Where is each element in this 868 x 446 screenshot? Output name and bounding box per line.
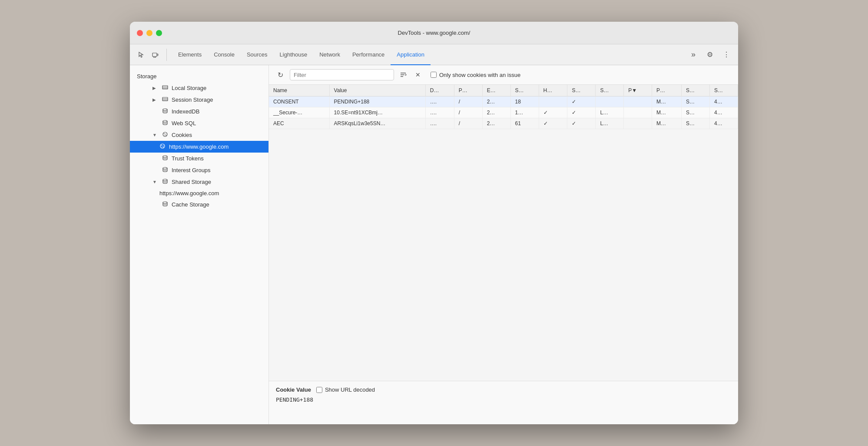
col-domain[interactable]: D… bbox=[425, 85, 454, 97]
sidebar: Storage ▶ Local Storage ▶ Session Storag… bbox=[130, 65, 269, 424]
col-sourcescheme[interactable]: S… bbox=[682, 85, 710, 97]
sidebar-item-indexeddb[interactable]: ▶ IndexedDB bbox=[130, 106, 268, 117]
tab-performance[interactable]: Performance bbox=[346, 44, 391, 65]
issue-filter-label: Only show cookies with an issue bbox=[439, 72, 520, 78]
svg-point-12 bbox=[163, 120, 167, 122]
svg-point-24 bbox=[163, 167, 167, 169]
filter-input[interactable] bbox=[290, 69, 394, 80]
svg-point-25 bbox=[163, 179, 167, 181]
sidebar-item-trust-tokens[interactable]: ▶ Trust Tokens bbox=[130, 153, 268, 164]
svg-point-20 bbox=[163, 145, 164, 146]
refresh-button[interactable]: ↻ bbox=[274, 69, 286, 81]
svg-point-14 bbox=[164, 133, 165, 134]
col-secure[interactable]: S… bbox=[567, 85, 596, 97]
minimize-button[interactable] bbox=[146, 30, 152, 36]
session-storage-label: Session Storage bbox=[172, 97, 262, 103]
svg-point-11 bbox=[163, 109, 167, 110]
cookies-icon bbox=[162, 131, 168, 139]
trust-tokens-icon bbox=[162, 155, 168, 162]
cookie-value-header: Cookie Value Show URL decoded bbox=[276, 386, 731, 393]
svg-point-15 bbox=[166, 133, 166, 134]
trust-tokens-label: Trust Tokens bbox=[172, 155, 262, 162]
svg-point-23 bbox=[163, 156, 167, 157]
cookie-value-text: PENDING+188 bbox=[276, 396, 731, 403]
cookie-value-title: Cookie Value bbox=[276, 386, 311, 393]
session-storage-icon bbox=[162, 96, 168, 103]
sidebar-item-cookies[interactable]: ▼ Cookies bbox=[130, 129, 268, 141]
table-row[interactable]: AECARSKqsLi1w3e5SN……./2…61✓✓L…M…S…4… bbox=[269, 118, 738, 129]
table-header-row: Name Value D… P… E… S… H… S… S… P▼ P… S… bbox=[269, 85, 738, 97]
sidebar-section-storage: Storage bbox=[130, 70, 268, 82]
web-sql-icon bbox=[162, 120, 168, 127]
svg-rect-1 bbox=[157, 54, 158, 56]
tab-network[interactable]: Network bbox=[313, 44, 346, 65]
interest-groups-label: Interest Groups bbox=[172, 167, 262, 173]
col-value[interactable]: Value bbox=[329, 85, 425, 97]
cookies-google-icon bbox=[159, 143, 166, 150]
sidebar-item-shared-storage-google[interactable]: https://www.google.com bbox=[130, 188, 268, 199]
table-row[interactable]: CONSENTPENDING+188…./2…18✓M…S…4… bbox=[269, 97, 738, 107]
device-toggle-icon[interactable] bbox=[149, 49, 161, 61]
svg-point-19 bbox=[161, 145, 162, 146]
svg-point-18 bbox=[160, 144, 165, 148]
tab-application[interactable]: Application bbox=[391, 44, 431, 65]
cache-storage-label: Cache Storage bbox=[172, 201, 262, 208]
filter-actions: ✕ bbox=[398, 69, 424, 80]
shared-storage-icon bbox=[162, 178, 168, 186]
svg-point-17 bbox=[166, 135, 166, 136]
cookies-google-label: https://www.google.com bbox=[169, 143, 262, 150]
col-partkey[interactable]: P… bbox=[652, 85, 682, 97]
col-httponly[interactable]: H… bbox=[539, 85, 567, 97]
url-decode-label: Show URL decoded bbox=[325, 386, 375, 393]
sidebar-item-web-sql[interactable]: ▶ Web SQL bbox=[130, 117, 268, 129]
menu-icon[interactable]: ⋮ bbox=[720, 48, 733, 61]
settings-icon[interactable]: ⚙ bbox=[703, 48, 716, 61]
svg-point-16 bbox=[164, 135, 165, 136]
tab-list: Elements Console Sources Lighthouse Netw… bbox=[172, 44, 685, 65]
clear-filter-icon[interactable]: ✕ bbox=[412, 69, 424, 80]
web-sql-label: Web SQL bbox=[172, 120, 262, 126]
col-path[interactable]: P… bbox=[454, 85, 482, 97]
url-decode-checkbox[interactable] bbox=[316, 387, 322, 393]
table-row[interactable]: __Secure-…10.SE=nt91XCBmj……./2…1…✓✓L…M…S… bbox=[269, 107, 738, 118]
tab-elements[interactable]: Elements bbox=[172, 44, 208, 65]
local-storage-icon bbox=[162, 84, 168, 92]
issue-filter-checkbox[interactable] bbox=[431, 72, 437, 78]
more-tabs-button[interactable]: » bbox=[687, 48, 700, 61]
tab-sources[interactable]: Sources bbox=[241, 44, 274, 65]
sidebar-item-shared-storage[interactable]: ▼ Shared Storage bbox=[130, 176, 268, 188]
shared-storage-label: Shared Storage bbox=[172, 179, 262, 185]
cookies-panel: ↻ ✕ bbox=[269, 65, 738, 424]
tab-lighthouse[interactable]: Lighthouse bbox=[274, 44, 314, 65]
svg-rect-5 bbox=[162, 86, 168, 89]
cache-storage-icon bbox=[162, 201, 168, 208]
cursor-icon[interactable] bbox=[135, 49, 147, 61]
col-priority[interactable]: P▼ bbox=[624, 85, 652, 97]
close-button[interactable] bbox=[137, 30, 143, 36]
devtools-window: DevTools - www.google.com/ El bbox=[130, 22, 738, 424]
svg-point-26 bbox=[163, 202, 167, 203]
title-bar: DevTools - www.google.com/ bbox=[130, 22, 738, 44]
shared-storage-google-label: https://www.google.com bbox=[159, 190, 262, 196]
shared-storage-arrow: ▼ bbox=[152, 180, 159, 184]
sidebar-item-local-storage[interactable]: ▶ Local Storage bbox=[130, 82, 268, 94]
interest-groups-icon bbox=[162, 166, 168, 174]
col-sourceport[interactable]: S… bbox=[710, 85, 738, 97]
sort-filter-icon[interactable] bbox=[398, 69, 409, 80]
col-expires[interactable]: E… bbox=[482, 85, 510, 97]
sidebar-item-cache-storage[interactable]: ▶ Cache Storage bbox=[130, 199, 268, 210]
traffic-lights bbox=[137, 30, 162, 36]
indexeddb-icon bbox=[162, 108, 168, 115]
maximize-button[interactable] bbox=[156, 30, 162, 36]
sidebar-item-cookies-google[interactable]: https://www.google.com bbox=[130, 141, 268, 153]
sidebar-item-interest-groups[interactable]: ▶ Interest Groups bbox=[130, 164, 268, 176]
local-storage-label: Local Storage bbox=[172, 85, 262, 91]
indexeddb-label: IndexedDB bbox=[172, 108, 262, 115]
tab-console[interactable]: Console bbox=[208, 44, 241, 65]
sidebar-item-session-storage[interactable]: ▶ Session Storage bbox=[130, 94, 268, 106]
col-samesite[interactable]: S… bbox=[596, 85, 624, 97]
col-size[interactable]: S… bbox=[510, 85, 539, 97]
col-name[interactable]: Name bbox=[269, 85, 329, 97]
session-storage-arrow: ▶ bbox=[152, 97, 159, 102]
svg-point-21 bbox=[162, 146, 162, 147]
